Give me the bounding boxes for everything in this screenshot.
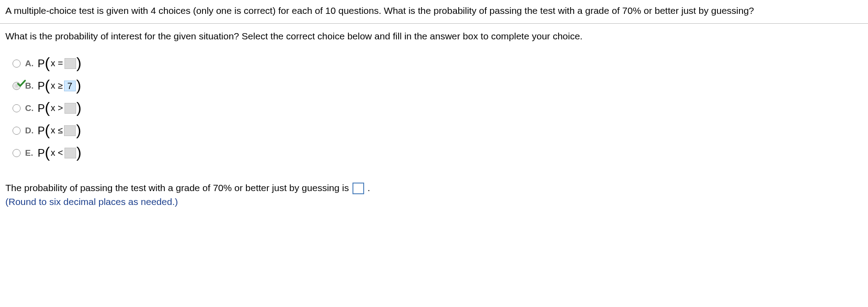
rounding-note: (Round to six decimal places as needed.) — [5, 195, 863, 209]
final-line: The probability of passing the test with… — [5, 181, 863, 195]
question-header: A multiple-choice test is given with 4 c… — [0, 0, 868, 24]
choice-letter-d: D. — [25, 126, 38, 136]
question-text: A multiple-choice test is given with 4 c… — [5, 5, 754, 16]
choice-letter-e: E. — [25, 148, 38, 158]
final-text-before: The probability of passing the test with… — [5, 183, 352, 193]
final-text-after: . — [368, 183, 370, 193]
radio-a[interactable] — [13, 60, 21, 68]
choice-c[interactable]: C. P ( x > ) — [13, 101, 863, 115]
final-section: The probability of passing the test with… — [0, 173, 868, 218]
choice-letter-c: C. — [25, 103, 38, 113]
choice-e[interactable]: E. P ( x < ) — [13, 146, 863, 160]
choice-a[interactable]: A. P ( x = ) — [13, 56, 863, 71]
choice-b-input[interactable]: 7 — [64, 81, 76, 91]
choice-letter-b: B. — [25, 81, 38, 91]
sub-question: What is the probability of interest for … — [0, 24, 868, 47]
final-answer-input[interactable] — [352, 183, 364, 194]
choice-e-input[interactable] — [64, 148, 76, 158]
radio-e[interactable] — [13, 149, 21, 157]
choice-letter-a: A. — [25, 59, 38, 68]
choice-d-expression: P ( x ≤ ) — [38, 124, 81, 137]
sub-question-text: What is the probability of interest for … — [5, 31, 583, 41]
choice-a-input[interactable] — [64, 58, 76, 69]
choice-c-input[interactable] — [64, 103, 76, 114]
radio-d[interactable] — [13, 127, 21, 135]
choice-d-input[interactable] — [64, 125, 76, 136]
choice-b[interactable]: B. P ( x ≥ 7 ) — [13, 79, 863, 93]
radio-c[interactable] — [13, 104, 21, 112]
choice-a-expression: P ( x = ) — [38, 57, 82, 70]
choices-container: A. P ( x = ) B. P ( x ≥ 7 ) C. P ( — [0, 47, 868, 173]
choice-d[interactable]: D. P ( x ≤ ) — [13, 124, 863, 138]
choice-e-expression: P ( x < ) — [38, 147, 82, 159]
choice-b-expression: P ( x ≥ 7 ) — [38, 80, 81, 92]
choice-c-expression: P ( x > ) — [38, 102, 82, 115]
checkmark-icon — [16, 82, 24, 90]
